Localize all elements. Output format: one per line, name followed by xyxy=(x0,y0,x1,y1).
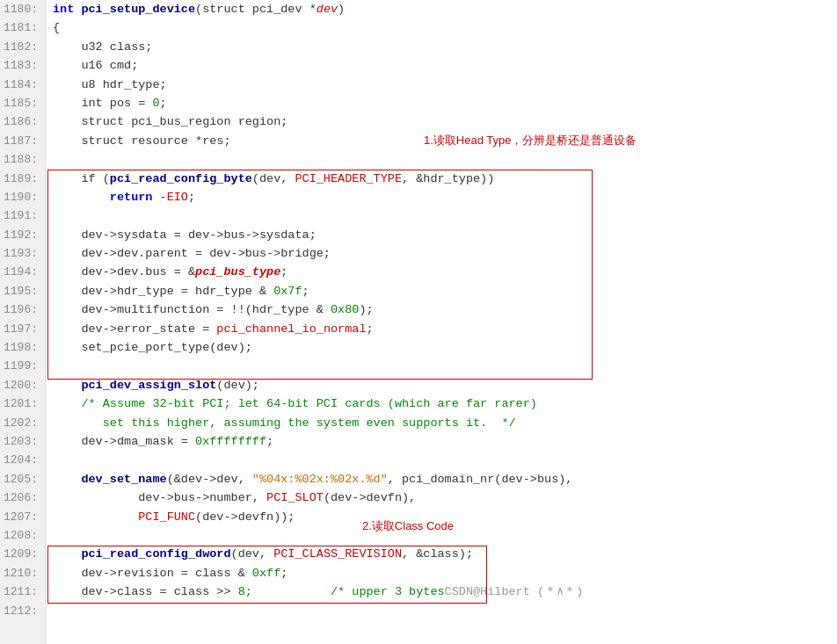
code-line: int pci_setup_device(struct pci_dev *dev… xyxy=(53,0,830,18)
line-number: 1199: xyxy=(4,357,38,375)
code-line: int pos = 0; xyxy=(53,94,830,112)
line-number: 1185: xyxy=(4,94,38,112)
line-number: 1195: xyxy=(4,282,38,300)
code-line: dev->dev.bus = &pci_bus_type; xyxy=(53,263,830,281)
code-line xyxy=(53,451,830,469)
line-number: 1204: xyxy=(4,451,38,469)
line-number: 1184: xyxy=(4,76,38,94)
line-number: 1212: xyxy=(4,602,38,620)
code-line: struct resource *res; xyxy=(53,132,830,150)
line-number: 1186: xyxy=(4,112,38,131)
line-number: 1196: xyxy=(4,300,38,319)
line-number: 1181: xyxy=(4,18,38,37)
code-line: u32 class; xyxy=(53,38,830,56)
code-line: dev->hdr_type = hdr_type & 0x7f; xyxy=(53,282,830,300)
line-number: 1206: xyxy=(4,488,38,507)
line-number: 1208: xyxy=(4,526,38,545)
code-line: dev->bus->number, PCI_SLOT(dev->devfn), xyxy=(53,488,830,507)
line-number: 1188: xyxy=(4,150,38,169)
code-line: { xyxy=(53,18,830,37)
line-number: 1187: xyxy=(4,132,38,150)
line-number: 1205: xyxy=(4,470,38,488)
line-number: 1200: xyxy=(4,376,38,394)
line-number: 1203: xyxy=(4,432,38,451)
line-number: 1194: xyxy=(4,263,38,281)
code-line: return -EIO; xyxy=(53,188,830,206)
code-line: u8 hdr_type; xyxy=(53,76,830,94)
code-line: PCI_FUNC(dev->devfn)); xyxy=(53,508,830,526)
code-line: pci_read_config_dword(dev, PCI_CLASS_REV… xyxy=(53,545,830,563)
line-number: 1180: xyxy=(4,0,38,18)
line-number: 1209: xyxy=(4,545,38,563)
code-line: set this higher, assuming the system eve… xyxy=(53,414,830,432)
line-number: 1202: xyxy=(4,414,38,432)
line-number: 1192: xyxy=(4,226,38,244)
code-line xyxy=(53,206,830,225)
line-number: 1211: xyxy=(4,582,38,601)
line-numbers: 1180:1181:1182:1183:1184:1185:1186:1187:… xyxy=(0,0,46,644)
code-line: u16 cmd; xyxy=(53,56,830,75)
code-line: struct pci_bus_region region; xyxy=(53,112,830,131)
line-number: 1189: xyxy=(4,170,38,188)
code-line: dev->multifunction = !!(hdr_type & 0x80)… xyxy=(53,300,830,319)
line-number: 1190: xyxy=(4,188,38,206)
code-line xyxy=(53,357,830,375)
line-number: 1198: xyxy=(4,338,38,357)
line-number: 1207: xyxy=(4,508,38,526)
code-line: dev->dev.parent = dev->bus->bridge; xyxy=(53,244,830,263)
code-line: dev->class = class >> 8; /* upper 3 byte… xyxy=(53,582,830,601)
code-line: set_pcie_port_type(dev); xyxy=(53,338,830,357)
code-line: pci_dev_assign_slot(dev); xyxy=(53,376,830,394)
line-number: 1182: xyxy=(4,38,38,56)
code-line xyxy=(53,602,830,620)
line-number: 1201: xyxy=(4,394,38,413)
code-line: dev->dma_mask = 0xffffffff; xyxy=(53,432,830,451)
code-line xyxy=(53,150,830,169)
code-line: /* Assume 32-bit PCI; let 64-bit PCI car… xyxy=(53,394,830,413)
line-number: 1183: xyxy=(4,56,38,75)
line-number: 1197: xyxy=(4,320,38,338)
code-area[interactable]: 1.读取Head Type，分辨是桥还是普通设备 2.读取Class Code … xyxy=(46,0,837,644)
code-line xyxy=(53,526,830,545)
line-number: 1193: xyxy=(4,244,38,263)
code-line: if (pci_read_config_byte(dev, PCI_HEADER… xyxy=(53,170,830,188)
line-number: 1191: xyxy=(4,206,38,225)
code-container: 1180:1181:1182:1183:1184:1185:1186:1187:… xyxy=(0,0,837,644)
code-line: dev->revision = class & 0xff; xyxy=(53,564,830,582)
line-number: 1210: xyxy=(4,564,38,582)
code-line: dev_set_name(&dev->dev, "%04x:%02x:%02x.… xyxy=(53,470,830,488)
code-line: dev->sysdata = dev->bus->sysdata; xyxy=(53,226,830,244)
code-line: dev->error_state = pci_channel_io_normal… xyxy=(53,320,830,338)
